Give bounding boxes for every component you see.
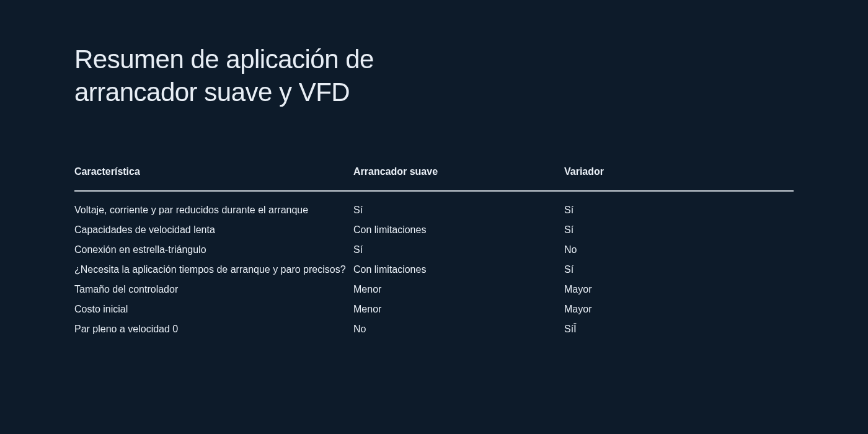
cell-soft-starter: Menor (353, 299, 564, 319)
cell-feature: ¿Necesita la aplicación tiempos de arran… (74, 260, 353, 280)
cell-feature: Par pleno a velocidad 0 (74, 319, 353, 339)
cell-feature: Capacidades de velocidad lenta (74, 220, 353, 240)
cell-feature: Costo inicial (74, 299, 353, 319)
header-soft-starter: Arrancador suave (353, 164, 564, 192)
table-row: Tamaño del controlador Menor Mayor (74, 280, 794, 299)
header-feature: Característica (74, 164, 353, 192)
cell-feature: Tamaño del controlador (74, 280, 353, 299)
page-title: Resumen de aplicación de arrancador suav… (74, 43, 422, 108)
cell-soft-starter: Menor (353, 280, 564, 299)
cell-soft-starter: Sí (353, 192, 564, 220)
comparison-table: Característica Arrancador suave Variador… (74, 164, 794, 339)
table-row: Voltaje, corriente y par reducidos duran… (74, 192, 794, 220)
cell-soft-starter: No (353, 319, 564, 339)
cell-vfd: Sí (564, 192, 794, 220)
table-row: Capacidades de velocidad lenta Con limit… (74, 220, 794, 240)
cell-soft-starter: Sí (353, 240, 564, 260)
cell-feature: Voltaje, corriente y par reducidos duran… (74, 192, 353, 220)
table-row: Par pleno a velocidad 0 No SíǏ (74, 319, 794, 339)
table-row: Costo inicial Menor Mayor (74, 299, 794, 319)
cell-vfd: Sí (564, 220, 794, 240)
cell-vfd: Mayor (564, 280, 794, 299)
cell-vfd: No (564, 240, 794, 260)
table-header-row: Característica Arrancador suave Variador (74, 164, 794, 192)
header-vfd: Variador (564, 164, 794, 192)
table-row: Conexión en estrella-triángulo Sí No (74, 240, 794, 260)
cell-vfd: Mayor (564, 299, 794, 319)
cell-soft-starter: Con limitaciones (353, 260, 564, 280)
cell-vfd: SíǏ (564, 319, 794, 339)
table-row: ¿Necesita la aplicación tiempos de arran… (74, 260, 794, 280)
cell-feature: Conexión en estrella-triángulo (74, 240, 353, 260)
cell-vfd: Sí (564, 260, 794, 280)
cell-soft-starter: Con limitaciones (353, 220, 564, 240)
